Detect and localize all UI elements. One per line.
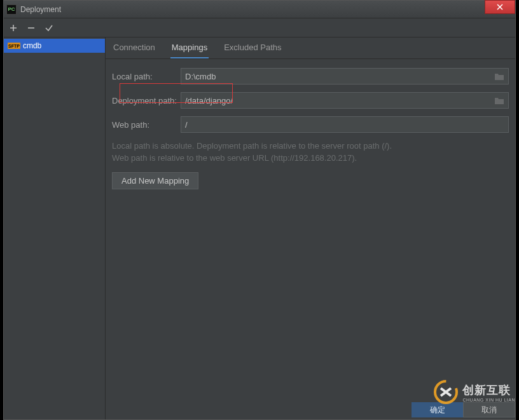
set-default-button[interactable]	[45, 24, 53, 32]
tab-connection[interactable]: Connection	[112, 37, 156, 58]
titlebar[interactable]: PC Deployment	[4, 1, 515, 18]
dialog-footer: 确定 取消	[4, 400, 515, 419]
main-panel: Connection Mappings Excluded Paths Local…	[106, 37, 515, 419]
web-path-input[interactable]	[185, 120, 504, 130]
deployment-dialog: PC Deployment SFTP cmdb Connection Mappi…	[3, 0, 516, 420]
tab-excluded-paths[interactable]: Excluded Paths	[223, 37, 282, 58]
close-button[interactable]	[485, 0, 515, 14]
folder-icon[interactable]	[494, 96, 504, 105]
add-server-button[interactable]	[9, 24, 18, 32]
hint-text: Local path is absolute. Deployment path …	[112, 140, 509, 165]
deployment-path-input[interactable]	[185, 96, 494, 105]
tab-mappings[interactable]: Mappings	[170, 37, 209, 58]
local-path-field-wrap	[181, 68, 509, 85]
cancel-button[interactable]: 取消	[463, 402, 515, 417]
web-path-field-wrap	[181, 116, 509, 133]
sftp-icon: SFTP	[8, 43, 20, 49]
folder-icon[interactable]	[494, 72, 504, 81]
deployment-path-field-wrap	[181, 92, 509, 109]
deployment-path-label: Deployment path:	[112, 96, 181, 105]
local-path-label: Local path:	[112, 72, 181, 81]
server-item-cmdb[interactable]: SFTP cmdb	[4, 39, 105, 53]
remove-server-button[interactable]	[27, 24, 36, 32]
server-toolbar	[4, 18, 515, 37]
tab-bar: Connection Mappings Excluded Paths	[106, 37, 515, 59]
pycharm-icon: PC	[6, 4, 17, 15]
close-icon	[496, 3, 504, 11]
window-title: Deployment	[20, 5, 61, 14]
add-new-mapping-button[interactable]: Add New Mapping	[112, 172, 198, 189]
mappings-form: Local path: Deployment path:	[106, 59, 515, 198]
server-name: cmdb	[23, 41, 41, 50]
web-path-label: Web path:	[112, 120, 181, 130]
local-path-input[interactable]	[185, 72, 494, 81]
ok-button[interactable]: 确定	[412, 402, 464, 417]
server-list: SFTP cmdb	[4, 37, 106, 419]
